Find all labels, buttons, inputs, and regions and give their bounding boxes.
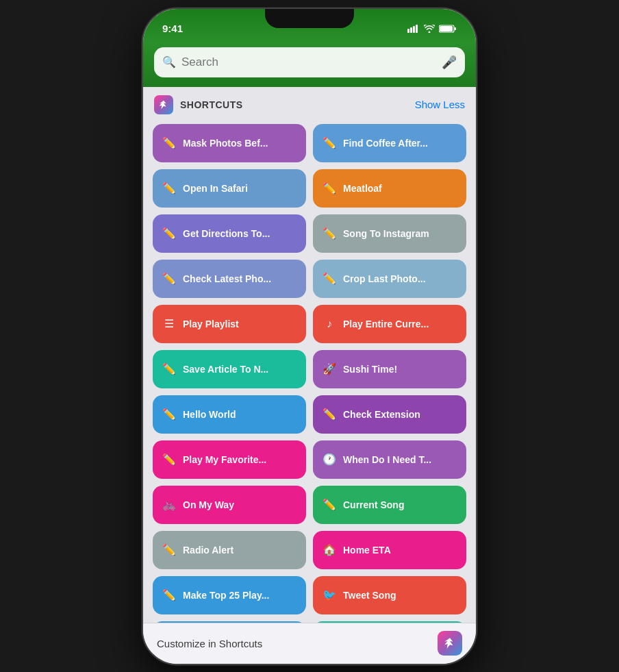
status-bar: 9:41 — [143, 9, 476, 42]
signal-icon — [407, 25, 420, 33]
shortcut-button[interactable]: 🐦Tweet Song — [313, 576, 466, 614]
bottom-bar: Customize in Shortcuts — [143, 623, 476, 664]
shortcut-icon: 🐦 — [323, 588, 336, 601]
shortcut-icon: ✏️ — [162, 543, 176, 556]
shortcut-button[interactable]: ✏️Check Extension — [313, 395, 466, 434]
shortcut-label: Hello World — [183, 409, 236, 420]
shortcut-label: On My Way — [183, 499, 234, 510]
shortcut-icon: ✏️ — [323, 227, 336, 240]
shortcuts-logo-bottom[interactable] — [438, 631, 462, 656]
shortcut-button[interactable]: ✏️Make Top 25 Play... — [153, 576, 306, 614]
shortcuts-grid: ✏️Mask Photos Bef...✏️Find Coffee After.… — [143, 121, 476, 623]
shortcuts-logo-icon — [157, 99, 170, 111]
shortcut-icon: ✏️ — [162, 272, 176, 285]
shortcut-button[interactable]: ✏️Hello World — [153, 395, 306, 434]
status-time: 9:41 — [162, 23, 183, 34]
volume-up-button[interactable] — [142, 119, 143, 140]
show-less-button[interactable]: Show Less — [415, 99, 465, 110]
shortcut-label: Radio Alert — [183, 545, 233, 556]
phone-frame: 9:41 🔍 — [142, 8, 477, 665]
shortcut-label: Meatloaf — [343, 183, 382, 194]
mute-button[interactable] — [142, 184, 143, 206]
customize-text: Customize in Shortcuts — [157, 638, 262, 649]
shortcut-icon: ♪ — [323, 318, 336, 330]
shortcuts-logo — [154, 95, 173, 114]
shortcut-icon: 🕐 — [323, 453, 336, 466]
shortcut-button[interactable]: 🐦Tweet Song (Adv... — [153, 621, 306, 623]
shortcut-label: Song To Instagram — [343, 228, 429, 239]
shortcut-icon: 🚀 — [323, 362, 336, 375]
shortcut-label: Find Coffee After... — [343, 138, 428, 149]
shortcut-label: Play Playlist — [183, 319, 239, 329]
shortcut-icon: ✏️ — [162, 227, 176, 240]
svg-rect-2 — [413, 26, 415, 33]
shortcut-button[interactable]: ♪Play Entire Curre... — [313, 305, 466, 343]
section-header-left: SHORTCUTS — [154, 95, 243, 114]
shortcut-label: Check Latest Pho... — [183, 273, 271, 284]
svg-rect-1 — [410, 27, 412, 33]
shortcut-icon: 🏠 — [323, 543, 336, 556]
shortcut-icon: ✏️ — [162, 182, 176, 195]
search-area: 🔍 🎤 — [143, 42, 476, 87]
notch — [265, 9, 354, 28]
shortcut-button[interactable]: ✏️Magic Variable — [313, 621, 466, 623]
shortcut-icon: ✏️ — [162, 362, 176, 375]
shortcut-button[interactable]: ✏️Check Latest Pho... — [153, 260, 306, 298]
shortcut-button[interactable]: 🚲On My Way — [153, 486, 306, 524]
shortcut-button[interactable]: ✏️Radio Alert — [153, 531, 306, 569]
search-input[interactable] — [181, 55, 436, 69]
section-header: SHORTCUTS Show Less — [143, 87, 476, 121]
shortcut-label: Play Entire Curre... — [343, 319, 429, 329]
battery-icon — [439, 25, 457, 33]
shortcut-icon: ✏️ — [162, 588, 176, 601]
shortcut-button[interactable]: ✏️Play My Favorite... — [153, 440, 306, 479]
shortcut-button[interactable]: ✏️Meatloaf — [313, 169, 466, 208]
search-icon: 🔍 — [162, 55, 176, 69]
shortcut-button[interactable]: 🕐When Do I Need T... — [313, 440, 466, 479]
shortcut-icon: ☰ — [162, 317, 176, 330]
shortcut-label: Crop Last Photo... — [343, 273, 426, 284]
search-bar-container[interactable]: 🔍 🎤 — [154, 47, 465, 77]
shortcuts-logo-bottom-icon — [442, 636, 457, 651]
shortcut-button[interactable]: ✏️Get Directions To... — [153, 214, 306, 253]
shortcuts-section: SHORTCUTS Show Less ✏️Mask Photos Bef...… — [143, 87, 476, 623]
shortcut-icon: ✏️ — [323, 136, 336, 149]
shortcut-label: Save Article To N... — [183, 364, 268, 375]
home-indicator — [143, 664, 476, 665]
shortcut-label: Open In Safari — [183, 183, 248, 194]
shortcut-icon: ✏️ — [162, 408, 176, 421]
shortcut-label: Tweet Song — [343, 590, 396, 601]
power-button[interactable] — [476, 146, 477, 190]
shortcut-icon: 🚲 — [162, 498, 176, 511]
svg-rect-0 — [407, 29, 409, 33]
microphone-icon[interactable]: 🎤 — [442, 55, 457, 70]
shortcut-label: Get Directions To... — [183, 228, 270, 239]
shortcut-icon: ✏️ — [323, 272, 336, 285]
shortcut-button[interactable]: ✏️Find Coffee After... — [313, 124, 466, 162]
svg-rect-5 — [455, 27, 457, 30]
svg-rect-3 — [416, 25, 418, 33]
section-title: SHORTCUTS — [180, 99, 243, 110]
shortcut-icon: ✏️ — [162, 136, 176, 149]
volume-down-button[interactable] — [142, 149, 143, 171]
shortcut-label: Home ETA — [343, 545, 391, 556]
status-icons — [407, 25, 457, 33]
shortcut-label: Mask Photos Bef... — [183, 138, 268, 149]
shortcut-button[interactable]: ✏️Open In Safari — [153, 169, 306, 208]
shortcut-label: Make Top 25 Play... — [183, 590, 269, 601]
shortcut-label: Check Extension — [343, 409, 420, 420]
shortcut-label: When Do I Need T... — [343, 454, 431, 465]
wifi-icon — [424, 25, 435, 33]
shortcut-icon: ✏️ — [162, 453, 176, 466]
shortcut-button[interactable]: 🚀Sushi Time! — [313, 350, 466, 388]
shortcut-label: Sushi Time! — [343, 364, 397, 375]
shortcut-button[interactable]: ✏️Save Article To N... — [153, 350, 306, 388]
shortcut-button[interactable]: 🏠Home ETA — [313, 531, 466, 569]
shortcut-button[interactable]: ☰Play Playlist — [153, 305, 306, 343]
shortcut-button[interactable]: ✏️Mask Photos Bef... — [153, 124, 306, 162]
shortcut-button[interactable]: ✏️Crop Last Photo... — [313, 260, 466, 298]
shortcut-button[interactable]: ✏️Song To Instagram — [313, 214, 466, 253]
shortcut-button[interactable]: ✏️Current Song — [313, 486, 466, 524]
shortcut-icon: ✏️ — [323, 182, 336, 195]
svg-rect-6 — [440, 26, 453, 32]
